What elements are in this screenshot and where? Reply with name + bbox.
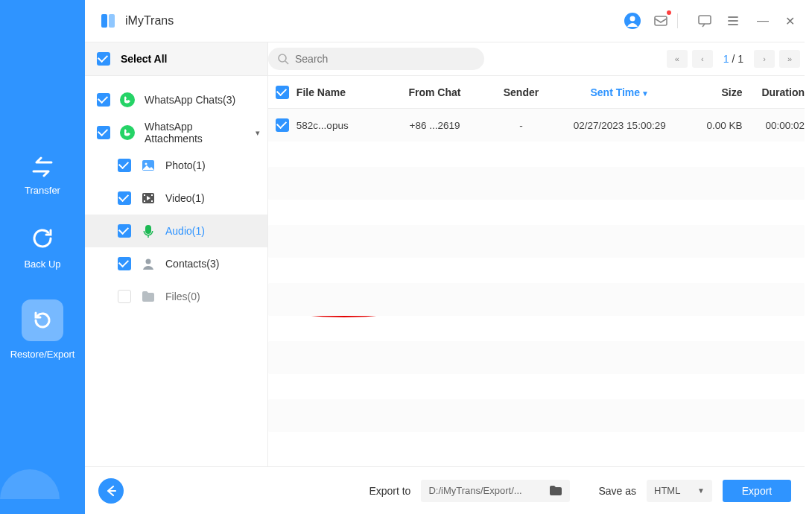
- tree-files[interactable]: Files(0): [85, 280, 267, 313]
- col-duration[interactable]: Duration: [742, 86, 805, 98]
- app-title: iMyTrans: [125, 14, 174, 28]
- nav-backup-label: Back Up: [24, 258, 60, 270]
- cell-fromchat: +86 ...2619: [387, 120, 483, 131]
- svg-point-16: [279, 54, 286, 62]
- cell-size: 0.00 KB: [680, 120, 743, 131]
- col-filename[interactable]: File Name: [296, 86, 387, 98]
- pager-last[interactable]: »: [779, 50, 800, 68]
- close-button[interactable]: ✕: [785, 14, 799, 28]
- svg-rect-1: [109, 14, 115, 28]
- account-icon[interactable]: [624, 12, 641, 30]
- content-area: « ‹ 1 / 1 › » File Name From Chat Sender…: [268, 42, 805, 466]
- chevron-down-icon: ▾: [256, 128, 260, 138]
- tree-video[interactable]: Video(1): [85, 182, 267, 215]
- saveas-label: Save as: [598, 485, 636, 497]
- svg-point-9: [145, 163, 148, 165]
- export-button[interactable]: Export: [723, 480, 791, 502]
- menu-icon[interactable]: [724, 12, 742, 30]
- video-checkbox[interactable]: [118, 191, 131, 205]
- row-checkbox[interactable]: [276, 118, 289, 132]
- tree-audio[interactable]: Audio(1): [85, 215, 267, 247]
- files-checkbox[interactable]: [118, 290, 131, 303]
- search-icon: [277, 53, 289, 65]
- cloud-decor: [0, 469, 60, 499]
- attachments-label: WhatsApp Attachments: [145, 121, 247, 145]
- folder-icon[interactable]: [549, 485, 562, 497]
- pager-prev[interactable]: ‹: [692, 50, 713, 68]
- nav-transfer[interactable]: Transfer: [0, 156, 85, 196]
- pager-first[interactable]: «: [667, 50, 688, 68]
- video-label: Video(1): [165, 192, 267, 204]
- svg-rect-13: [151, 194, 153, 196]
- col-sender[interactable]: Sender: [483, 86, 559, 98]
- arrow-left-icon: [104, 484, 118, 498]
- saveas-value: HTML: [654, 485, 680, 496]
- svg-rect-0: [101, 14, 107, 28]
- search-input[interactable]: [295, 53, 475, 65]
- svg-point-7: [120, 125, 135, 140]
- nav-restore-export[interactable]: Restore/Export: [0, 299, 85, 360]
- audio-icon: [140, 223, 156, 239]
- photo-checkbox[interactable]: [118, 159, 131, 172]
- chevron-down-icon: ▼: [697, 486, 705, 495]
- whatsapp-icon: [119, 124, 136, 141]
- select-all-checkbox[interactable]: [97, 52, 110, 66]
- feedback-icon[interactable]: [696, 12, 714, 30]
- tree-panel: Select All WhatsApp Chats(3) WhatsApp At…: [85, 42, 268, 466]
- app-sidebar: Transfer Back Up Restore/Export: [0, 0, 85, 514]
- attachments-checkbox[interactable]: [97, 126, 110, 139]
- export-path-box[interactable]: D:/iMyTrans/Export/...: [421, 480, 570, 502]
- pager-next[interactable]: ›: [754, 50, 775, 68]
- svg-rect-12: [144, 200, 145, 202]
- topbar: iMyTrans — ✕: [85, 0, 812, 42]
- svg-rect-5: [699, 16, 711, 24]
- cell-filename: 582c...opus: [296, 120, 387, 131]
- table-row[interactable]: 582c...opus +86 ...2619 - 02/27/2023 15:…: [268, 109, 805, 142]
- table-header: File Name From Chat Sender Sent Time▼ Si…: [268, 76, 805, 109]
- placeholder-row: [268, 283, 805, 316]
- col-fromchat[interactable]: From Chat: [387, 86, 483, 98]
- inbox-icon[interactable]: [652, 12, 670, 30]
- photo-label: Photo(1): [165, 159, 267, 171]
- placeholder-row: [268, 341, 805, 374]
- transfer-icon: [29, 156, 56, 177]
- bottom-bar: Export to D:/iMyTrans/Export/... Save as…: [85, 466, 805, 514]
- svg-point-3: [630, 16, 635, 22]
- nav-backup[interactable]: Back Up: [0, 226, 85, 270]
- svg-point-6: [120, 92, 135, 107]
- svg-point-15: [146, 259, 151, 264]
- photo-icon: [140, 157, 156, 174]
- logo-icon: [98, 11, 118, 31]
- tree-whatsapp-chats[interactable]: WhatsApp Chats(3): [85, 83, 267, 116]
- files-icon: [140, 288, 156, 305]
- content-toolbar: « ‹ 1 / 1 › »: [268, 42, 805, 76]
- col-size[interactable]: Size: [680, 86, 743, 98]
- contacts-icon: [140, 256, 156, 272]
- chats-label: WhatsApp Chats(3): [145, 94, 267, 106]
- app-logo: iMyTrans: [98, 11, 174, 31]
- tree-photo[interactable]: Photo(1): [85, 149, 267, 182]
- files-label: Files(0): [165, 291, 267, 302]
- nav-transfer-label: Transfer: [25, 185, 60, 196]
- svg-rect-4: [655, 16, 667, 25]
- col-senttime[interactable]: Sent Time▼: [559, 86, 680, 98]
- tree-contacts[interactable]: Contacts(3): [85, 247, 267, 280]
- export-to-label: Export to: [369, 485, 410, 497]
- back-button[interactable]: [98, 478, 124, 504]
- audio-checkbox[interactable]: [118, 224, 131, 238]
- chats-checkbox[interactable]: [97, 93, 110, 107]
- contacts-checkbox[interactable]: [118, 257, 131, 270]
- saveas-select[interactable]: HTML ▼: [647, 480, 712, 502]
- video-icon: [140, 190, 156, 206]
- export-path: D:/iMyTrans/Export/...: [428, 485, 521, 496]
- audio-label: Audio(1): [165, 225, 267, 237]
- svg-rect-11: [144, 194, 145, 196]
- whatsapp-icon: [119, 92, 136, 108]
- minimize-button[interactable]: —: [757, 14, 770, 28]
- pager-position: 1 / 1: [723, 53, 743, 65]
- header-checkbox[interactable]: [276, 86, 289, 99]
- select-all-row[interactable]: Select All: [85, 42, 267, 76]
- tree-whatsapp-attachments[interactable]: WhatsApp Attachments ▾: [85, 116, 267, 149]
- search-box[interactable]: [268, 48, 484, 70]
- placeholder-row: [268, 399, 805, 432]
